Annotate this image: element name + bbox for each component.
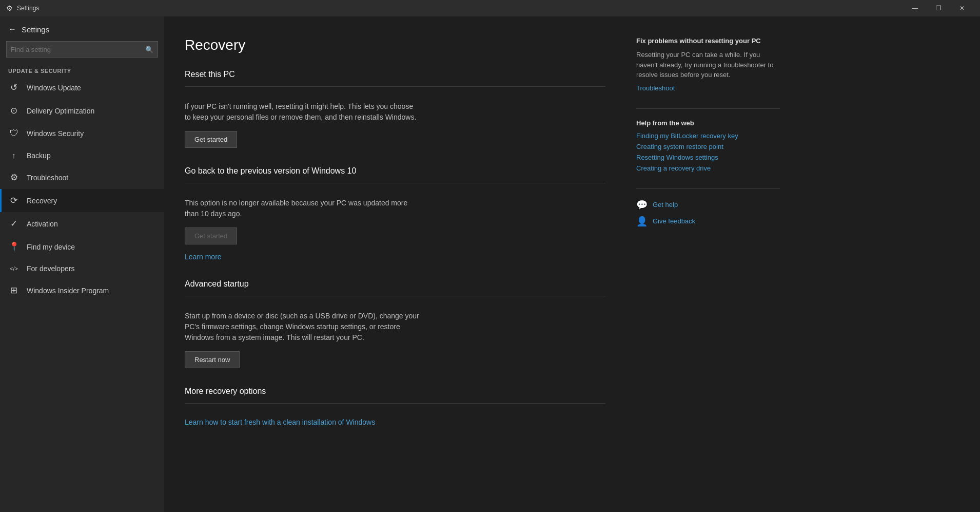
right-divider-2	[636, 188, 780, 189]
back-arrow-icon: ←	[8, 25, 16, 34]
sidebar-item-label: Windows Security	[27, 129, 84, 138]
sidebar-item-label: Find my device	[27, 243, 75, 251]
titlebar-left: ⚙ Settings	[6, 4, 39, 12]
sidebar: ← Settings 🔍 Update & Security ↺ Windows…	[0, 16, 164, 512]
advanced-startup-section: Advanced startup Start up from a device …	[185, 279, 605, 368]
sidebar-item-windows-update[interactable]: ↺ Windows Update	[0, 76, 164, 99]
sidebar-item-troubleshoot[interactable]: ⚙ Troubleshoot	[0, 166, 164, 189]
for-developers-icon: </>	[8, 266, 19, 272]
sidebar-item-activation[interactable]: ✓ Activation	[0, 212, 164, 235]
find-my-device-icon: 📍	[8, 241, 19, 252]
sidebar-item-windows-insider[interactable]: ⊞ Windows Insider Program	[0, 279, 164, 302]
give-feedback-item: 👤 Give feedback	[636, 216, 780, 227]
advanced-startup-description: Start up from a device or disc (such as …	[185, 311, 421, 343]
sidebar-item-find-my-device[interactable]: 📍 Find my device	[0, 235, 164, 258]
content-right: Fix problems without resetting your PC R…	[636, 37, 780, 491]
get-help-icon: 💬	[636, 199, 648, 211]
settings-icon: ⚙	[6, 4, 13, 12]
right-divider-1	[636, 108, 780, 109]
search-icon: 🔍	[145, 46, 153, 53]
content: Recovery Reset this PC If your PC isn't …	[164, 16, 980, 512]
fix-problems-section: Fix problems without resetting your PC R…	[636, 37, 780, 92]
more-recovery-section: More recovery options Learn how to start…	[185, 387, 605, 426]
go-back-learn-more-link[interactable]: Learn more	[185, 253, 222, 261]
titlebar: ⚙ Settings — ❐ ✕	[0, 0, 980, 16]
restore-button[interactable]: ❐	[927, 0, 950, 16]
back-button[interactable]: ← Settings	[0, 16, 164, 39]
advanced-startup-title: Advanced startup	[185, 279, 605, 289]
sidebar-app-title: Settings	[22, 25, 49, 34]
app-container: ← Settings 🔍 Update & Security ↺ Windows…	[0, 16, 980, 512]
titlebar-controls: — ❐ ✕	[903, 0, 974, 16]
web-link-1[interactable]: Creating system restore point	[636, 143, 780, 150]
reset-pc-divider	[185, 86, 605, 87]
fix-problems-desc: Resetting your PC can take a while. If y…	[636, 50, 780, 80]
go-back-button: Get started	[185, 227, 237, 244]
sidebar-item-recovery[interactable]: ⟳ Recovery	[0, 189, 164, 212]
help-from-web-section: Help from the web Finding my BitLocker r…	[636, 119, 780, 172]
sidebar-section-label: Update & Security	[0, 64, 164, 76]
sidebar-item-label: Windows Update	[27, 84, 81, 92]
go-back-title: Go back to the previous version of Windo…	[185, 166, 605, 176]
titlebar-title: Settings	[17, 5, 39, 12]
close-button[interactable]: ✕	[950, 0, 974, 16]
advanced-startup-divider	[185, 296, 605, 296]
delivery-optimization-icon: ⊙	[8, 105, 19, 116]
search-input[interactable]	[11, 46, 145, 53]
clean-install-link[interactable]: Learn how to start fresh with a clean in…	[185, 418, 375, 426]
go-back-section: Go back to the previous version of Windo…	[185, 166, 605, 261]
give-feedback-icon: 👤	[636, 216, 648, 227]
recovery-icon: ⟳	[8, 195, 19, 206]
more-recovery-divider	[185, 403, 605, 404]
sidebar-item-delivery-optimization[interactable]: ⊙ Delivery Optimization	[0, 99, 164, 122]
windows-insider-icon: ⊞	[8, 285, 19, 296]
page-title: Recovery	[185, 37, 605, 53]
activation-icon: ✓	[8, 218, 19, 229]
web-link-2[interactable]: Resetting Windows settings	[636, 154, 780, 161]
fix-problems-title: Fix problems without resetting your PC	[636, 37, 780, 45]
sidebar-item-label: Delivery Optimization	[27, 107, 94, 115]
restart-now-button[interactable]: Restart now	[185, 351, 240, 368]
minimize-button[interactable]: —	[903, 0, 927, 16]
get-help-item: 💬 Get help	[636, 199, 780, 211]
content-main: Recovery Reset this PC If your PC isn't …	[185, 37, 605, 491]
backup-icon: ↑	[8, 151, 19, 160]
sidebar-item-label: Activation	[27, 220, 58, 228]
troubleshoot-icon: ⚙	[8, 172, 19, 183]
go-back-divider	[185, 183, 605, 183]
windows-update-icon: ↺	[8, 82, 19, 93]
reset-pc-section: Reset this PC If your PC isn't running w…	[185, 70, 605, 148]
more-recovery-title: More recovery options	[185, 387, 605, 396]
sidebar-item-label: Windows Insider Program	[27, 287, 109, 295]
get-help-link[interactable]: Get help	[653, 201, 678, 208]
sidebar-item-for-developers[interactable]: </> For developers	[0, 258, 164, 279]
reset-pc-button[interactable]: Get started	[185, 131, 237, 148]
sidebar-item-backup[interactable]: ↑ Backup	[0, 145, 164, 166]
help-items-section: 💬 Get help 👤 Give feedback	[636, 199, 780, 227]
windows-security-icon: 🛡	[8, 128, 19, 139]
help-from-web-title: Help from the web	[636, 119, 780, 127]
sidebar-item-label: For developers	[27, 264, 74, 273]
web-link-3[interactable]: Creating a recovery drive	[636, 164, 780, 172]
sidebar-item-windows-security[interactable]: 🛡 Windows Security	[0, 122, 164, 145]
fix-problems-link[interactable]: Troubleshoot	[636, 84, 780, 92]
give-feedback-link[interactable]: Give feedback	[653, 217, 695, 225]
reset-pc-title: Reset this PC	[185, 70, 605, 79]
search-box[interactable]: 🔍	[6, 41, 158, 58]
go-back-description: This option is no longer available becau…	[185, 198, 421, 219]
sidebar-item-label: Backup	[27, 151, 51, 160]
reset-pc-description: If your PC isn't running well, resetting…	[185, 101, 421, 123]
sidebar-item-label: Recovery	[27, 197, 57, 205]
sidebar-item-label: Troubleshoot	[27, 174, 68, 182]
web-link-0[interactable]: Finding my BitLocker recovery key	[636, 132, 780, 140]
